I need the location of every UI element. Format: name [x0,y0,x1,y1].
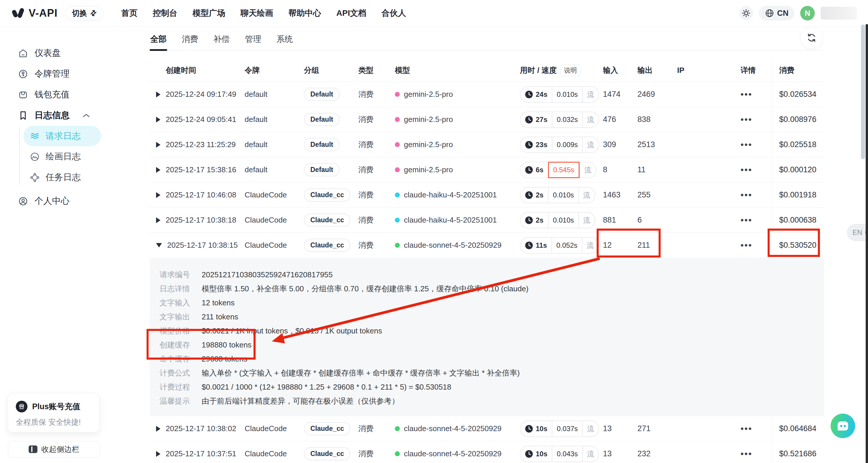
model-name: claude-haiku-4-5-20251001 [404,215,497,225]
row-detail-button[interactable]: ••• [741,118,752,121]
refresh-button[interactable] [800,26,823,49]
cell-output-tokens: 255 [638,191,677,200]
speed-segment: 0.545s [548,162,580,178]
cell-model: gemini-2.5-pro [395,115,520,124]
row-expander-icon[interactable] [156,117,160,122]
row-detail-button[interactable]: ••• [741,243,752,247]
cell-model: claude-sonnet-4-5-20250929 [395,449,520,458]
column-header-ip: IP [677,66,741,75]
theme-toggle-button[interactable] [739,6,753,20]
table-row[interactable]: 2025-12-24 09:17:49defaultDefault消费gemin… [150,82,824,107]
table-row[interactable]: 2025-12-23 11:25:29defaultDefault消费gemin… [150,132,824,157]
detail-row: 请求编号2025121710380352592471620817955 [160,268,824,282]
model-name: gemini-2.5-pro [404,140,453,149]
speed-segment: 0.010s [548,213,578,228]
row-expander-icon[interactable] [156,243,162,248]
detail-value: 198880 tokens [202,341,252,349]
table-row[interactable]: 2025-12-17 10:37:51ClaudeCodeClaude_cc消费… [150,441,824,463]
row-detail-button[interactable]: ••• [741,452,752,456]
chat-support-button[interactable] [831,413,855,438]
cell-time: 2025-12-17 10:38:18 [150,215,245,225]
sidebar-item-drawing-logs[interactable]: 绘画日志 [23,146,134,167]
created-time: 2025-12-17 10:46:08 [166,191,236,200]
tab-active[interactable]: 全部 [150,34,167,50]
column-header-time: 创建时间 [150,65,245,76]
detail-label: 命中缓存 [160,354,196,364]
nav-item[interactable]: 合伙人 [382,8,406,19]
detail-label: 计费过程 [160,382,196,392]
table-row[interactable]: 2025-12-17 10:38:18ClaudeCodeClaude_cc消费… [150,208,824,233]
cell-speed: 2s0.010s流 [520,212,603,228]
table-row[interactable]: 2025-12-17 10:38:02ClaudeCodeClaude_cc消费… [150,416,824,441]
row-expander-icon[interactable] [156,192,160,198]
nav-item[interactable]: 聊天绘画 [241,8,273,19]
avatar[interactable]: N [800,6,815,21]
nav-item[interactable]: 控制台 [153,8,177,19]
cell-output-tokens: 6 [638,215,677,225]
detail-row: 计费过程$0.0021 / 1000 * (12+ 198880 * 1.25 … [160,380,824,394]
duration-segment: 11s [521,238,552,253]
nav-item[interactable]: 帮助中心 [288,8,321,19]
detail-row: 计费公式输入单价 * (文字输入 + 创建缓存 * 创建缓存倍率 + 命中缓存 … [160,366,824,380]
row-detail-button[interactable]: ••• [741,193,752,197]
tab-2[interactable]: 补偿 [213,34,230,50]
nav-item[interactable]: 模型广场 [193,8,225,19]
tab-4[interactable]: 系统 [276,34,293,50]
row-detail-button[interactable]: ••• [741,143,752,147]
table-row[interactable]: 2025-12-17 15:38:16defaultDefault消费gemin… [150,157,824,182]
sidebar-item-dashboard[interactable]: 仪表盘 [0,43,134,63]
row-expander-icon[interactable] [156,167,160,173]
table-row[interactable]: 2025-12-24 09:05:41defaultDefault消费gemin… [150,107,824,132]
sidebar-item-logs[interactable]: 日志信息 [0,105,134,126]
created-time: 2025-12-17 10:38:18 [166,215,236,225]
cell-model: gemini-2.5-pro [395,90,520,99]
row-expander-icon[interactable] [156,451,160,457]
row-expander-icon[interactable] [156,217,160,223]
sidebar-item-request-logs[interactable]: 请求日志 [23,126,101,146]
row-expander-icon[interactable] [156,91,160,97]
nav-item[interactable]: API文档 [336,8,367,19]
translate-extension-badge[interactable]: EN 0 [847,224,868,241]
brand-name: V-API [29,7,58,19]
stream-tag: 流 [582,112,598,127]
row-detail-button[interactable]: ••• [741,93,752,96]
language-switcher[interactable]: CN [759,6,794,21]
table-row[interactable]: 2025-12-17 10:38:15ClaudeCodeClaude_cc消费… [150,233,824,258]
row-expander-icon[interactable] [156,142,160,148]
latency-pill: 6s0.545s流 [520,162,596,178]
table-row[interactable]: 2025-12-17 10:46:08ClaudeCodeClaude_cc消费… [150,182,824,208]
username-redacted[interactable] [820,7,857,20]
collapse-sidebar-button[interactable]: 收起侧边栏 [8,441,100,458]
brand[interactable]: V-API [11,6,58,20]
switch-button[interactable]: 切换 ⇅ [65,6,103,20]
model-name: claude-haiku-4-5-20251001 [404,191,497,200]
tab-1[interactable]: 消费 [181,34,199,50]
model-dot [395,451,400,456]
speed-note-button[interactable]: 说明 [560,65,581,76]
tab-3[interactable]: 管理 [244,34,262,50]
sidebar-item-task-logs[interactable]: 任务日志 [23,167,134,188]
sidebar-item-profile[interactable]: 个人中心 [0,191,134,211]
nav-item[interactable]: 首页 [121,8,138,19]
model-dot [395,117,400,122]
sidebar-item-tokens[interactable]: 令牌管理 [0,63,134,84]
column-header-output: 输出 [638,65,677,76]
stream-tag: 流 [578,213,595,228]
sidebar-item-label: 个人中心 [34,195,69,207]
top-nav: V-API 切换 ⇅ 首页控制台模型广场聊天绘画帮助中心API文档合伙人 [0,0,868,27]
sun-icon [742,9,750,18]
created-time: 2025-12-17 10:37:51 [166,449,236,458]
row-expander-icon[interactable] [156,426,160,432]
detail-value: 模型倍率 1.50，补全倍率 5.00，分组倍率 0.70，缓存创建倍率 1.2… [202,284,528,294]
row-detail-button[interactable]: ••• [741,427,752,431]
row-detail-button[interactable]: ••• [741,219,752,222]
cell-speed: 10s0.043s流 [520,446,603,462]
page-scrollbar-thumb[interactable] [861,25,865,159]
plus-recharge-card[interactable]: Plus账号充值 全程质保 安全快捷! [8,394,99,432]
cell-token: ClaudeCode [245,241,304,250]
model-name: gemini-2.5-pro [404,115,453,124]
row-detail-button[interactable]: ••• [741,168,752,172]
cell-type: 消费 [358,140,395,150]
sidebar-item-wallet[interactable]: 钱包充值 [0,84,134,105]
detail-label: 温馨提示 [160,396,196,406]
